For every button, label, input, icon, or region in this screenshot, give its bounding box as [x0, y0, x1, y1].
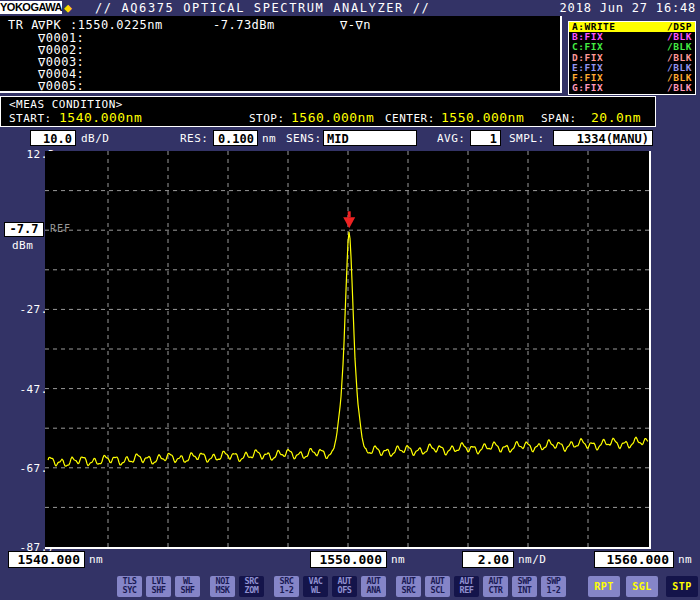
x-axis-row: 1540.000 nm 1550.000 nm 2.00 nm/D 1560.0…: [0, 547, 700, 572]
y-axis-unit: dBm: [12, 239, 33, 252]
stop-label: STOP:: [249, 112, 285, 125]
softkey-noi-msk[interactable]: NOIMSK: [210, 576, 235, 597]
x-scale-unit: nm/D: [518, 553, 547, 566]
smpl-field[interactable]: 1334(MANU): [553, 130, 653, 146]
trace-status-panel: A:WRITE/DSP B:FIX/BLK C:FIX/BLK D:FIX/BL…: [568, 21, 696, 95]
marker-wavelength: :1550.0225nm: [70, 18, 163, 32]
softkey-aut-ofs[interactable]: AUTOFS: [332, 576, 357, 597]
span-label: SPAN:: [541, 112, 577, 125]
x-center-field[interactable]: 1550.000: [310, 551, 387, 568]
osa-screen: YOKOGAWA ◆ // AQ6375 OPTICAL SPECTRUM AN…: [0, 0, 700, 600]
ref-line-label: REF: [50, 223, 71, 234]
stop-value[interactable]: 1560.000nm: [291, 110, 374, 125]
level-scale-field[interactable]: 10.0: [30, 130, 76, 146]
start-value[interactable]: 1540.000nm: [59, 110, 142, 125]
avg-label: AVG:: [437, 132, 466, 145]
center-label: CENTER:: [385, 112, 435, 125]
softkey-wl-shf[interactable]: WLSHF: [175, 576, 200, 597]
marker-power: -7.73dBm: [213, 18, 275, 32]
peak-marker-line: TR A ∇PK :1550.0225nm -7.73dBm ∇-∇n: [0, 18, 560, 31]
softkey-swp-int[interactable]: SWPINT: [512, 576, 537, 597]
trace-g-label: G:FIX: [572, 83, 603, 93]
softkey-src-1-2[interactable]: SRC1-2: [274, 576, 299, 597]
trace-label: TR A: [8, 18, 39, 32]
level-scale-unit: dB/D: [81, 132, 110, 145]
softkey-tls-syc[interactable]: TLSSYC: [117, 576, 142, 597]
softkey-aut-ctr[interactable]: AUTCTR: [483, 576, 508, 597]
x-scale-field[interactable]: 2.00: [462, 551, 514, 568]
softkey-src-zom[interactable]: SRCZOM: [239, 576, 264, 597]
marker-slot-4: ∇0004:: [38, 67, 84, 79]
res-field[interactable]: 0.100: [213, 130, 258, 146]
spectrum-plot-area: REF: [45, 151, 651, 549]
avg-field[interactable]: 1: [470, 130, 501, 146]
start-label: START:: [9, 112, 52, 125]
instrument-title: // AQ6375 OPTICAL SPECTRUM ANALYZER //: [95, 1, 430, 15]
sens-label: SENS:: [286, 132, 322, 145]
ref-level-field[interactable]: -7.7: [4, 222, 44, 237]
marker-mode: ∇-∇n: [340, 18, 371, 32]
softkey-aut-scl[interactable]: AUTSCL: [425, 576, 450, 597]
res-label: RES:: [180, 132, 209, 145]
diamond-icon: ◆: [64, 0, 72, 15]
marker-slot-2: ∇0002:: [38, 43, 84, 55]
datetime: 2018 Jun 27 16:48: [560, 1, 696, 15]
settings-row: 10.0 dB/D RES: 0.100 nm SENS: MID AVG: 1…: [0, 128, 700, 151]
center-value[interactable]: 1550.000nm: [441, 110, 524, 125]
x-start-unit: nm: [89, 553, 103, 566]
stop-sweep-button[interactable]: STP: [666, 576, 698, 597]
peak-marker-icon: [343, 211, 355, 228]
marker-slot-5: ∇0005:: [38, 79, 84, 91]
sens-field[interactable]: MID: [323, 130, 417, 146]
marker-slot-3: ∇0003:: [38, 55, 84, 67]
yokogawa-logo: YOKOGAWA: [0, 1, 62, 14]
marker-type: ∇PK: [38, 18, 61, 32]
softkey-toolbar: TLSSYC LVLSHF WLSHF NOIMSK SRCZOM SRC1-2…: [0, 572, 700, 600]
marker-info-panel: TR A ∇PK :1550.0225nm -7.73dBm ∇-∇n ∇000…: [0, 16, 562, 93]
softkey-aut-ref[interactable]: AUTREF: [454, 576, 479, 597]
res-unit: nm: [262, 132, 276, 145]
x-stop-unit: nm: [678, 553, 692, 566]
softkey-swp-1-2[interactable]: SWP1-2: [541, 576, 566, 597]
meas-condition-panel: <MEAS CONDITION> START: 1540.000nm STOP:…: [0, 96, 656, 127]
single-sweep-button[interactable]: SGL: [626, 576, 658, 597]
softkey-vac-wl[interactable]: VACWL: [303, 576, 328, 597]
x-center-unit: nm: [391, 553, 405, 566]
marker-slot-1: ∇0001:: [38, 31, 84, 43]
trace-row-g[interactable]: G:FIX/BLK: [569, 83, 695, 93]
spectrum-chart: [45, 151, 649, 547]
title-bar: YOKOGAWA ◆ // AQ6375 OPTICAL SPECTRUM AN…: [0, 0, 700, 16]
x-start-field[interactable]: 1540.000: [8, 551, 85, 568]
x-stop-field[interactable]: 1560.000: [594, 551, 674, 568]
repeat-sweep-button[interactable]: RPT: [588, 576, 620, 597]
softkey-lvl-shf[interactable]: LVLSHF: [146, 576, 171, 597]
span-value[interactable]: 20.0nm: [591, 110, 641, 125]
trace-g-status: /BLK: [667, 83, 692, 93]
softkey-aut-ana[interactable]: AUTANA: [361, 576, 386, 597]
smpl-label: SMPL:: [509, 132, 545, 145]
softkey-aut-src[interactable]: AUTSRC: [396, 576, 421, 597]
